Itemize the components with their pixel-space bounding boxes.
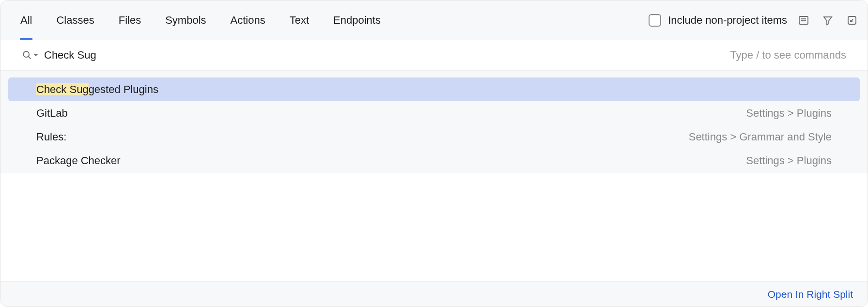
results-area: Check Suggested Plugins GitLab Settings … xyxy=(0,71,868,307)
tab-files[interactable]: Files xyxy=(107,0,153,40)
result-name: GitLab xyxy=(36,107,68,120)
empty-area xyxy=(0,173,868,281)
pin-icon[interactable] xyxy=(844,13,860,28)
search-icon[interactable] xyxy=(22,50,38,61)
header-bar: All Classes Files Symbols Actions Text E… xyxy=(0,0,868,40)
svg-line-5 xyxy=(29,57,31,59)
svg-point-4 xyxy=(23,51,29,57)
include-nonproject-toggle[interactable]: Include non-project items xyxy=(649,14,787,27)
tabs: All Classes Files Symbols Actions Text E… xyxy=(8,0,649,40)
tab-actions[interactable]: Actions xyxy=(218,0,278,40)
search-hint: Type / to see commands xyxy=(730,49,846,61)
tab-symbols[interactable]: Symbols xyxy=(153,0,218,40)
search-row: Type / to see commands xyxy=(0,40,868,71)
result-item[interactable]: Package Checker Settings > Plugins xyxy=(8,149,860,172)
result-location: Settings > Plugins xyxy=(746,107,832,120)
footer: Open In Right Split xyxy=(0,281,868,307)
result-list: Check Suggested Plugins GitLab Settings … xyxy=(0,71,868,173)
result-item[interactable]: Check Suggested Plugins xyxy=(8,77,860,101)
result-name: Package Checker xyxy=(36,154,121,167)
result-location: Settings > Plugins xyxy=(746,154,832,167)
search-input[interactable] xyxy=(44,49,724,61)
tab-text[interactable]: Text xyxy=(278,0,321,40)
tab-classes[interactable]: Classes xyxy=(44,0,106,40)
result-item[interactable]: GitLab Settings > Plugins xyxy=(8,101,860,125)
header-right-controls: Include non-project items xyxy=(649,13,860,28)
preview-icon[interactable] xyxy=(796,13,811,28)
filter-icon[interactable] xyxy=(820,13,836,28)
result-item[interactable]: Rules: Settings > Grammar and Style xyxy=(8,125,860,149)
tab-endpoints[interactable]: Endpoints xyxy=(321,0,393,40)
result-location: Settings > Grammar and Style xyxy=(689,131,832,143)
result-name: Check Suggested Plugins xyxy=(36,83,158,96)
checkbox-icon xyxy=(649,14,661,27)
include-nonproject-label: Include non-project items xyxy=(668,14,787,27)
open-in-right-split-link[interactable]: Open In Right Split xyxy=(768,289,853,300)
tab-all[interactable]: All xyxy=(8,0,44,40)
svg-rect-0 xyxy=(799,16,808,24)
result-name: Rules: xyxy=(36,131,66,143)
